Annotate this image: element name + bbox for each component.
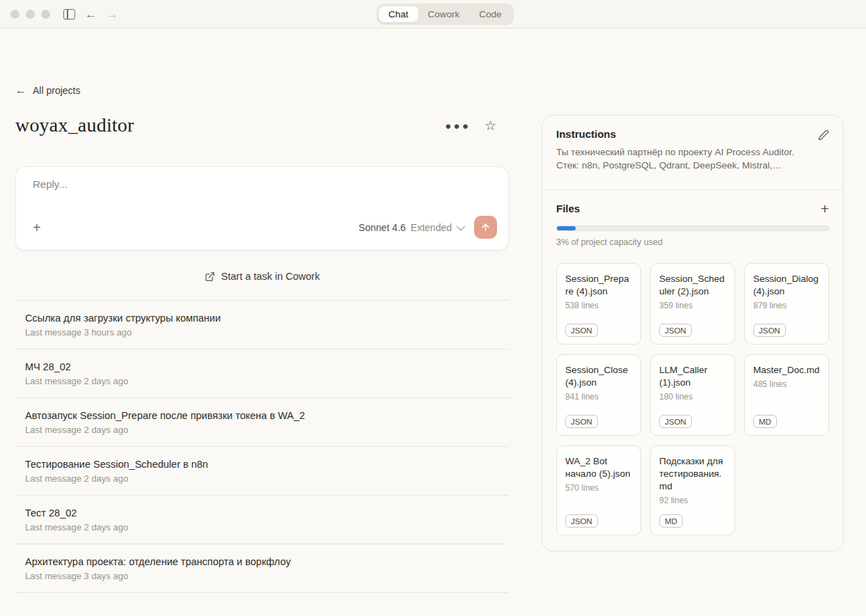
reply-input[interactable]: Reply... bbox=[33, 178, 497, 190]
file-line-count: 180 lines bbox=[659, 392, 726, 402]
model-mode: Extended bbox=[411, 222, 452, 233]
file-type-badge: JSON bbox=[659, 415, 692, 428]
reply-composer[interactable]: Reply... + Sonnet 4.6 Extended bbox=[15, 166, 509, 251]
file-line-count: 92 lines bbox=[659, 496, 726, 505]
back-arrow-icon: ← bbox=[15, 84, 26, 97]
file-line-count: 570 lines bbox=[565, 483, 632, 493]
chat-list: Ссылка для загрузки структуры компании L… bbox=[15, 300, 509, 593]
star-icon[interactable]: ☆ bbox=[485, 119, 496, 132]
tab-cowork[interactable]: Cowork bbox=[418, 6, 470, 22]
add-file-button[interactable]: + bbox=[821, 201, 829, 216]
start-task-cowork-button[interactable]: Start a task in Cowork bbox=[205, 271, 320, 282]
project-details-panel: Instructions Ты технический партнёр по п… bbox=[542, 115, 844, 551]
file-name: Session_Prepare (4).json bbox=[565, 273, 632, 298]
tab-code[interactable]: Code bbox=[469, 6, 511, 22]
chat-title: МЧ 28_02 bbox=[25, 360, 509, 374]
file-card[interactable]: Session_Scheduler (2).json 359 lines JSO… bbox=[650, 263, 735, 345]
file-line-count: 841 lines bbox=[565, 392, 632, 402]
capacity-label: 3% of project capacity used bbox=[556, 237, 829, 247]
capacity-progress-fill bbox=[557, 226, 576, 230]
file-type-badge: JSON bbox=[565, 324, 598, 337]
chevron-down-icon bbox=[457, 222, 466, 231]
file-card[interactable]: WA_2 Bot начало (5).json 570 lines JSON bbox=[556, 445, 641, 535]
file-line-count: 879 lines bbox=[753, 301, 820, 310]
back-to-all-projects-link[interactable]: ← All projects bbox=[15, 84, 80, 97]
capacity-progress-bar bbox=[556, 226, 829, 231]
chat-last-message-time: Last message 2 days ago bbox=[25, 376, 509, 386]
file-card[interactable]: Подсказки для тестирования.md 92 lines M… bbox=[650, 445, 735, 535]
chat-title: Архитектура проекта: отделение транспорт… bbox=[25, 555, 509, 569]
model-name: Sonnet 4.6 bbox=[359, 222, 406, 233]
instructions-title: Instructions bbox=[556, 128, 616, 140]
file-line-count: 485 lines bbox=[753, 379, 820, 389]
chat-title: Автозапуск Session_Prepare после привязк… bbox=[25, 409, 509, 422]
file-card[interactable]: LLM_Caller (1).json 180 lines JSON bbox=[650, 354, 735, 436]
chat-list-item[interactable]: Тестирование Session_Scheduler в n8n Las… bbox=[15, 447, 509, 496]
chat-last-message-time: Last message 3 days ago bbox=[25, 571, 509, 581]
back-arrow-icon[interactable]: ← bbox=[85, 8, 97, 20]
file-type-badge: MD bbox=[659, 514, 683, 528]
file-card[interactable]: Session_Dialog (4).json 879 lines JSON bbox=[744, 263, 829, 345]
chat-last-message-time: Last message 2 days ago bbox=[25, 473, 509, 484]
more-options-icon[interactable]: ● ● ● bbox=[445, 120, 469, 131]
file-line-count: 538 lines bbox=[565, 301, 632, 310]
back-link-label: All projects bbox=[33, 85, 80, 96]
mode-switcher: Chat Cowork Code bbox=[377, 3, 514, 25]
page-title: woyax_auditor bbox=[15, 114, 134, 136]
chat-last-message-time: Last message 2 days ago bbox=[25, 522, 509, 532]
window-zoom-button[interactable] bbox=[41, 10, 50, 19]
files-section: Files + 3% of project capacity used Sess… bbox=[542, 190, 843, 551]
file-name: Master_Doc.md bbox=[753, 364, 820, 377]
file-grid: Session_Prepare (4).json 538 lines JSON … bbox=[556, 263, 829, 535]
cowork-button-label: Start a task in Cowork bbox=[221, 271, 320, 282]
instructions-text[interactable]: Ты технический партнёр по проекту AI Pro… bbox=[556, 145, 829, 172]
file-type-badge: JSON bbox=[565, 514, 598, 528]
file-type-badge: JSON bbox=[659, 324, 692, 337]
file-name: LLM_Caller (1).json bbox=[659, 364, 726, 389]
file-name: Session_Close (4).json bbox=[565, 364, 632, 389]
file-name: Подсказки для тестирования.md bbox=[659, 455, 726, 493]
send-button[interactable] bbox=[474, 216, 497, 239]
chat-list-item[interactable]: Архитектура проекта: отделение транспорт… bbox=[15, 544, 509, 593]
window-controls bbox=[10, 10, 50, 19]
attach-button[interactable]: + bbox=[33, 221, 41, 235]
chat-list-item[interactable]: Автозапуск Session_Prepare после привязк… bbox=[15, 398, 509, 447]
file-card[interactable]: Master_Doc.md 485 lines MD bbox=[744, 354, 829, 436]
chat-last-message-time: Last message 3 hours ago bbox=[25, 327, 509, 338]
sidebar-toggle-icon[interactable] bbox=[63, 9, 75, 19]
chat-title: Тестирование Session_Scheduler в n8n bbox=[25, 457, 509, 471]
file-name: WA_2 Bot начало (5).json bbox=[565, 455, 632, 480]
arrow-up-icon bbox=[480, 222, 491, 232]
tab-chat[interactable]: Chat bbox=[379, 6, 418, 22]
chat-title: Тест 28_02 bbox=[25, 506, 509, 520]
chat-list-item[interactable]: Тест 28_02 Last message 2 days ago bbox=[15, 496, 509, 544]
file-card[interactable]: Session_Prepare (4).json 538 lines JSON bbox=[556, 263, 641, 345]
chat-title: Ссылка для загрузки структуры компании bbox=[25, 311, 509, 325]
chat-list-item[interactable]: МЧ 28_02 Last message 2 days ago bbox=[15, 349, 509, 398]
window-close-button[interactable] bbox=[10, 10, 19, 19]
file-type-badge: MD bbox=[753, 415, 777, 428]
files-title: Files bbox=[556, 203, 580, 214]
forward-arrow-icon[interactable]: → bbox=[107, 8, 118, 20]
file-type-badge: JSON bbox=[565, 415, 598, 428]
file-name: Session_Dialog (4).json bbox=[753, 273, 820, 298]
chat-list-item[interactable]: Ссылка для загрузки структуры компании L… bbox=[15, 301, 509, 349]
external-link-icon bbox=[205, 271, 215, 282]
instructions-section: Instructions Ты технический партнёр по п… bbox=[542, 116, 843, 190]
file-type-badge: JSON bbox=[753, 324, 786, 337]
edit-pencil-icon[interactable] bbox=[818, 129, 829, 141]
chat-last-message-time: Last message 2 days ago bbox=[25, 425, 509, 435]
window-minimize-button[interactable] bbox=[26, 10, 35, 19]
file-card[interactable]: Session_Close (4).json 841 lines JSON bbox=[556, 354, 641, 436]
model-selector[interactable]: Sonnet 4.6 Extended bbox=[359, 222, 463, 233]
titlebar: ← → Chat Cowork Code bbox=[0, 0, 866, 29]
file-name: Session_Scheduler (2).json bbox=[659, 273, 726, 298]
file-line-count: 359 lines bbox=[659, 301, 726, 310]
